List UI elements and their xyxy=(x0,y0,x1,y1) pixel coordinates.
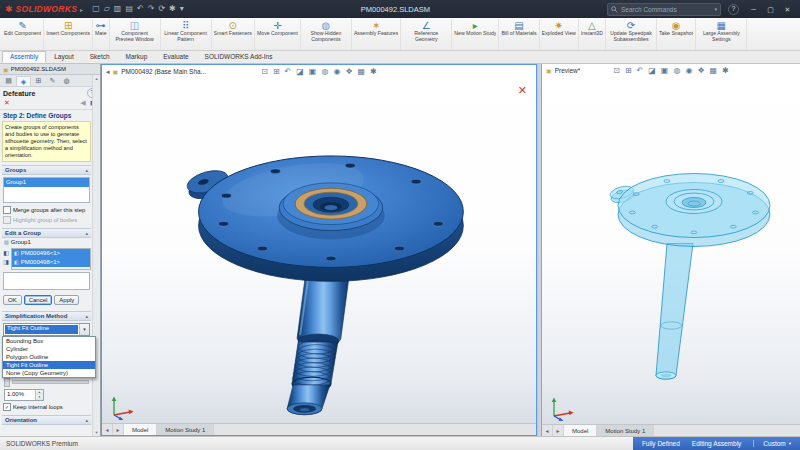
close-preview-icon[interactable]: ✕ xyxy=(518,85,527,96)
graphics-area[interactable] xyxy=(102,78,536,423)
ribbon-button-mate[interactable]: ⊶Mate xyxy=(93,19,110,50)
ribbon-button-insert-components[interactable]: ⊞Insert Components xyxy=(44,19,93,50)
ribbon-button-exploded-view[interactable]: ✷Exploded View xyxy=(540,19,579,50)
previous-view-icon[interactable]: ↶ xyxy=(637,65,644,76)
resolution-spinner[interactable]: 1.00% ▴ ▾ xyxy=(4,389,44,401)
model-tabs-scroll-right[interactable]: ▸ xyxy=(553,425,564,436)
scroll-down-icon[interactable]: ▼ xyxy=(95,430,99,435)
zoom-fit-icon[interactable]: ⊡ xyxy=(613,65,620,76)
bodies-filter-icon[interactable]: ◨ xyxy=(3,258,9,265)
redo-icon[interactable]: ↷ xyxy=(148,5,155,13)
ok-button[interactable]: OK xyxy=(3,295,22,305)
previous-view-icon[interactable]: ↶ xyxy=(285,66,292,77)
ribbon-button-move-component[interactable]: ✛Move Component xyxy=(255,19,301,50)
pm-cancel-icon[interactable]: ✕ xyxy=(4,99,10,107)
options-icon[interactable]: ✱ xyxy=(169,5,176,13)
zoom-fit-icon[interactable]: ⊡ xyxy=(261,66,268,77)
undo-icon[interactable]: ↶ xyxy=(137,5,144,13)
preview-model-canvas[interactable] xyxy=(542,77,800,424)
selection-list-item[interactable]: ◧PM000498<1> xyxy=(12,258,90,267)
pm-scrollbar[interactable]: ▲ ▼ xyxy=(92,75,100,436)
tab-model[interactable]: Model xyxy=(124,424,157,435)
secondary-selection-box[interactable] xyxy=(3,272,90,290)
apply-scene-icon[interactable]: ▦ xyxy=(358,66,366,77)
pm-back-icon[interactable]: ◀ xyxy=(80,99,85,107)
ribbon-button-assembly-features[interactable]: ✶Assembly Features xyxy=(352,19,401,50)
ribbon-button-update-speedpak-subassemblies[interactable]: ⟳Update Speedpak Subassemblies xyxy=(606,19,657,50)
command-tab-markup[interactable]: Markup xyxy=(118,51,156,63)
view-orientation-icon[interactable]: ▣ xyxy=(309,66,317,77)
main-model-canvas[interactable] xyxy=(102,78,536,423)
model-tabs-scroll-right[interactable]: ▸ xyxy=(113,424,124,435)
edit-group-item[interactable]: ▧ Group1 xyxy=(2,238,91,246)
orientation-section-header[interactable]: Orientation ▴ xyxy=(2,415,91,425)
zoom-area-icon[interactable]: ⊞ xyxy=(273,66,280,77)
ribbon-button-smart-fasteners[interactable]: ⊙Smart Fasteners xyxy=(212,19,255,50)
view-orientation-icon[interactable]: ▣ xyxy=(661,65,669,76)
ribbon-button-reference-geometry[interactable]: ∠Reference Geometry xyxy=(401,19,452,50)
minimize-button[interactable]: ─ xyxy=(746,3,761,16)
rebuild-icon[interactable]: ⟳ xyxy=(158,5,165,13)
hide-show-items-icon[interactable]: ◉ xyxy=(333,66,340,77)
configurationmanager-tab[interactable]: ⊞ xyxy=(32,76,45,86)
ribbon-button-edit-component[interactable]: ✎Edit Component xyxy=(2,19,44,50)
search-scope-dropdown-icon[interactable]: ▾ xyxy=(714,6,717,12)
groups-listbox[interactable]: Group1 xyxy=(3,177,90,203)
spin-down-icon[interactable]: ▾ xyxy=(36,395,43,400)
ribbon-button-take-snapshot[interactable]: ◉Take Snapshot xyxy=(657,19,696,50)
display-style-icon[interactable]: ◍ xyxy=(673,65,680,76)
apply-scene-icon[interactable]: ▦ xyxy=(710,65,718,76)
group-list-item[interactable]: Group1 xyxy=(4,178,89,187)
view-settings-icon[interactable]: ✱ xyxy=(370,66,377,77)
dropdown-option-tight-fit-outline[interactable]: Tight Fit Outline xyxy=(3,361,95,369)
ribbon-button-show-hidden-components[interactable]: ◍Show Hidden Components xyxy=(301,19,352,50)
cancel-button[interactable]: Cancel xyxy=(24,295,53,305)
units-dropdown[interactable]: Custom ▾ xyxy=(753,440,791,447)
ribbon-button-new-motion-study[interactable]: ▸New Motion Study xyxy=(452,19,499,50)
ribbon-button-instant3d[interactable]: △Instant3D xyxy=(579,19,606,50)
open-file-icon[interactable]: ▱ xyxy=(104,5,110,13)
selection-list-item[interactable]: ◧PM000496<1> xyxy=(12,249,90,258)
view-settings-icon[interactable]: ✱ xyxy=(722,65,729,76)
section-view-icon[interactable]: ◪ xyxy=(296,66,304,77)
edit-appearance-icon[interactable]: ❖ xyxy=(345,66,352,77)
breadcrumb-back-icon[interactable]: ◂ xyxy=(106,68,110,76)
save-icon[interactable]: ▥ xyxy=(114,5,122,13)
preview-graphics-area[interactable] xyxy=(542,77,800,424)
new-file-icon[interactable]: ▢ xyxy=(92,5,100,13)
edit-group-section-header[interactable]: Edit a Group ▴ xyxy=(2,228,91,238)
command-tab-assembly[interactable]: Assembly xyxy=(2,51,46,63)
help-icon[interactable]: ? xyxy=(728,4,739,15)
combo-arrow-icon[interactable]: ▾ xyxy=(79,324,89,335)
command-tab-layout[interactable]: Layout xyxy=(46,51,82,63)
group-selection-listbox[interactable]: ◧PM000496<1>◧PM000498<1> xyxy=(11,248,91,270)
simplification-method-combo[interactable]: Tight Fit Outline ▾ xyxy=(3,323,90,336)
slider-thumb[interactable] xyxy=(4,378,10,387)
propertymanager-tab[interactable]: ◈ xyxy=(16,76,31,86)
simplification-section-header[interactable]: Simplification Method ▴ xyxy=(2,311,91,321)
ribbon-button-bill-of-materials[interactable]: ▤Bill of Materials xyxy=(499,19,539,50)
dropdown-option-bounding-box[interactable]: Bounding Box xyxy=(3,337,95,345)
scroll-up-icon[interactable]: ▲ xyxy=(95,76,99,81)
hide-show-items-icon[interactable]: ◉ xyxy=(685,65,692,76)
command-tab-evaluate[interactable]: Evaluate xyxy=(155,51,196,63)
maximize-button[interactable]: ▢ xyxy=(763,3,778,16)
merge-groups-checkbox[interactable]: Merge groups after this step xyxy=(2,205,91,215)
model-tabs-scroll-left[interactable]: ◂ xyxy=(542,425,553,436)
dropdown-option-none-copy-geometry[interactable]: None (Copy Geometry) xyxy=(3,369,95,377)
search-commands-box[interactable]: Search Commands ▾ xyxy=(607,3,721,16)
close-button[interactable]: ✕ xyxy=(780,3,795,16)
edit-appearance-icon[interactable]: ❖ xyxy=(697,65,704,76)
dropdown-option-cylinder[interactable]: Cylinder xyxy=(3,345,95,353)
breadcrumb[interactable]: PM000492 (Base Main Sha... xyxy=(121,68,206,75)
components-filter-icon[interactable]: ◧ xyxy=(3,249,9,256)
ribbon-button-component-preview-window[interactable]: ◫Component Preview Window xyxy=(110,19,161,50)
displaymanager-tab[interactable]: ◍ xyxy=(60,76,73,86)
toolbar-expand-icon[interactable]: ▾ xyxy=(180,5,184,13)
section-view-icon[interactable]: ◪ xyxy=(648,65,656,76)
display-style-icon[interactable]: ◍ xyxy=(321,66,328,77)
dimxpertmanager-tab[interactable]: ✎ xyxy=(46,76,59,86)
command-tab-sketch[interactable]: Sketch xyxy=(82,51,118,63)
command-tab-solidworks-add-ins[interactable]: SOLIDWORKS Add-Ins xyxy=(197,51,281,63)
model-tabs-scroll-left[interactable]: ◂ xyxy=(102,424,113,435)
